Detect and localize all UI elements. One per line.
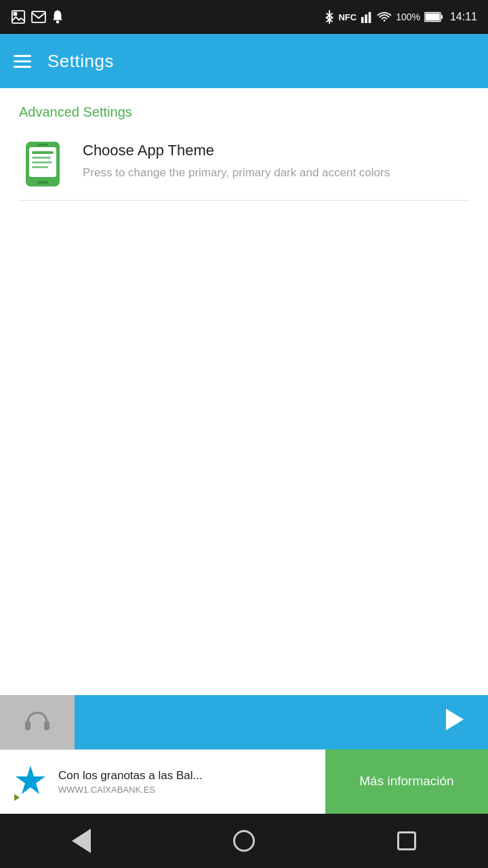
svg-rect-20 bbox=[44, 721, 49, 730]
status-bar: NFC 100% 14:11 bbox=[0, 0, 488, 34]
hamburger-line-3 bbox=[14, 66, 31, 68]
choose-app-theme-item[interactable]: Choose App Theme Press to change the pri… bbox=[0, 128, 488, 200]
svg-rect-18 bbox=[37, 144, 48, 146]
svg-point-23 bbox=[26, 778, 35, 786]
section-title: Advanced Settings bbox=[19, 104, 132, 119]
status-time: 14:11 bbox=[450, 11, 477, 23]
ad-cta-label: Más información bbox=[359, 774, 453, 789]
list-item-subtitle: Press to change the primary, primary dar… bbox=[83, 165, 469, 181]
status-left-icons bbox=[11, 9, 64, 24]
svg-rect-7 bbox=[369, 12, 371, 23]
nav-recent-button[interactable] bbox=[386, 821, 427, 861]
svg-rect-5 bbox=[361, 17, 364, 23]
list-divider bbox=[19, 200, 469, 201]
notification-icon bbox=[52, 9, 64, 24]
svg-rect-1 bbox=[14, 12, 18, 16]
ad-cta-button[interactable]: Más información bbox=[325, 749, 488, 814]
phone-theme-icon bbox=[19, 140, 66, 188]
gallery-icon bbox=[11, 9, 26, 24]
list-item-text: Choose App Theme Press to change the pri… bbox=[83, 140, 469, 181]
ad-url: WWW1.CAIXABANK.ES bbox=[58, 785, 314, 795]
signal-icon bbox=[361, 11, 373, 23]
svg-rect-14 bbox=[32, 157, 51, 159]
music-bar bbox=[0, 695, 488, 749]
battery-icon bbox=[424, 12, 443, 22]
mail-icon bbox=[31, 11, 46, 23]
svg-rect-16 bbox=[32, 166, 48, 168]
play-button[interactable] bbox=[438, 705, 468, 741]
svg-rect-15 bbox=[32, 161, 52, 163]
app-bar-title: Settings bbox=[47, 51, 114, 72]
wifi-icon bbox=[377, 11, 392, 23]
ad-content: Con los granotas a las Bal... WWW1.CAIXA… bbox=[0, 749, 325, 814]
ad-logo bbox=[11, 762, 50, 802]
nav-back-button[interactable] bbox=[61, 821, 102, 861]
svg-point-3 bbox=[56, 20, 60, 24]
headphone-icon bbox=[21, 706, 54, 738]
home-icon bbox=[233, 830, 255, 852]
nav-bar bbox=[0, 814, 488, 868]
ad-banner: Con los granotas a las Bal... WWW1.CAIXA… bbox=[0, 749, 488, 814]
content-area: Advanced Settings Choose Ap bbox=[0, 88, 488, 201]
section-header: Advanced Settings bbox=[0, 88, 488, 128]
back-icon bbox=[72, 829, 91, 853]
svg-rect-13 bbox=[32, 151, 54, 154]
app-bar: Settings bbox=[0, 34, 488, 88]
status-right-icons: NFC 100% 14:11 bbox=[325, 10, 477, 24]
svg-rect-9 bbox=[441, 15, 443, 19]
bluetooth-icon bbox=[325, 10, 334, 24]
music-bar-left bbox=[0, 695, 75, 749]
svg-rect-2 bbox=[32, 12, 45, 22]
ad-text-block: Con los granotas a las Bal... WWW1.CAIXA… bbox=[58, 769, 314, 795]
battery-percent: 100% bbox=[396, 12, 420, 22]
svg-rect-6 bbox=[365, 14, 367, 23]
hamburger-line-1 bbox=[14, 55, 31, 57]
list-item-title: Choose App Theme bbox=[83, 142, 469, 159]
svg-marker-24 bbox=[14, 794, 20, 801]
hamburger-menu-button[interactable] bbox=[14, 55, 31, 68]
svg-rect-19 bbox=[25, 721, 30, 730]
svg-rect-17 bbox=[37, 181, 48, 184]
nav-home-button[interactable] bbox=[224, 821, 264, 861]
nfc-icon: NFC bbox=[338, 12, 357, 22]
ad-title: Con los granotas a las Bal... bbox=[58, 769, 275, 783]
recent-icon bbox=[397, 831, 416, 850]
music-bar-right bbox=[75, 695, 488, 749]
hamburger-line-2 bbox=[14, 60, 31, 62]
svg-marker-21 bbox=[446, 709, 464, 730]
svg-rect-10 bbox=[425, 14, 439, 20]
